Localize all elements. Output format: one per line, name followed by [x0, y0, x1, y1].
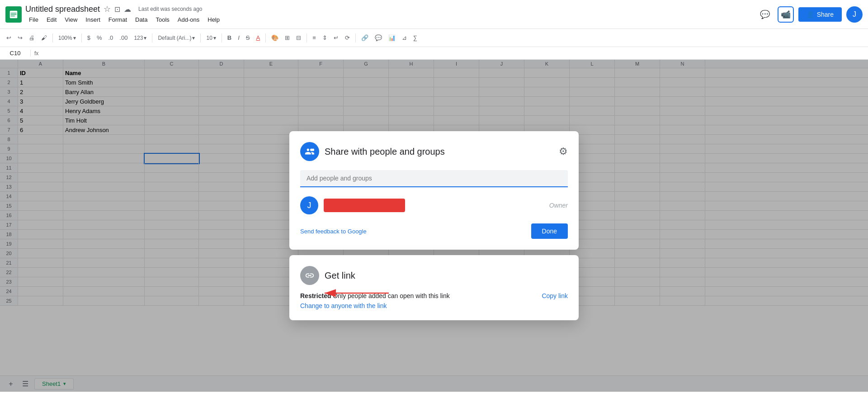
user-avatar[interactable]: J — [846, 6, 863, 23]
svg-point-4 — [312, 149, 315, 152]
cloud-icon[interactable]: ☁ — [124, 5, 131, 14]
menu-addons[interactable]: Add-ons — [174, 15, 203, 24]
feedback-link[interactable]: Send feedback to Google — [300, 228, 367, 235]
add-people-input[interactable] — [300, 170, 568, 187]
doc-title-area: Untitled spreadsheet ☆ ⊡ ☁ Last edit was… — [25, 4, 757, 24]
app-icon — [5, 6, 22, 23]
share-button[interactable]: 👤 Share — [798, 7, 842, 22]
restricted-description: Only people added can open with this lin… — [333, 292, 449, 299]
currency-btn[interactable]: $ — [85, 33, 93, 43]
get-link-header: Get link — [300, 266, 568, 285]
halign-btn[interactable]: ≡ — [310, 33, 319, 43]
fontsize-chevron: ▾ — [213, 35, 216, 41]
restricted-text: Restricted Only people added can open wi… — [300, 292, 450, 299]
paint-format-btn[interactable]: 🖌 — [38, 33, 50, 43]
user-avatar-dialog: J — [300, 196, 318, 214]
menu-edit[interactable]: Edit — [43, 15, 60, 24]
toolbar: ↩ ↪ 🖨 🖌 100% ▾ $ % .0 .00 123 ▾ Default … — [0, 29, 868, 47]
svg-rect-2 — [11, 14, 17, 14]
fill-color-btn[interactable]: 🎨 — [269, 33, 281, 43]
formats-chevron: ▾ — [144, 35, 146, 41]
svg-rect-3 — [11, 15, 15, 16]
star-icon[interactable]: ☆ — [104, 4, 111, 14]
percent-btn[interactable]: % — [94, 33, 105, 43]
link-info-text: Restricted Only people added can open wi… — [300, 292, 450, 309]
redo-btn[interactable]: ↪ — [15, 33, 25, 43]
rotate-btn[interactable]: ⟳ — [342, 33, 353, 43]
last-edit: Last edit was seconds ago — [138, 6, 202, 12]
merge-btn[interactable]: ⊟ — [293, 33, 304, 43]
chart-btn[interactable]: 📊 — [386, 33, 398, 43]
wrap-btn[interactable]: ↵ — [331, 33, 341, 43]
link-icon-circle — [300, 266, 319, 285]
dialog-footer: Send feedback to Google Done — [300, 223, 568, 239]
user-email-redacted — [324, 199, 405, 212]
font-chevron: ▾ — [192, 35, 195, 41]
done-button[interactable]: Done — [531, 223, 568, 239]
cell-ref[interactable]: C10 — [4, 50, 31, 57]
zoom-dropdown[interactable]: 100% ▾ — [56, 34, 79, 42]
comment-tb-btn[interactable]: 💬 — [372, 33, 385, 43]
text-color-btn[interactable]: A — [254, 33, 263, 43]
italic-btn[interactable]: I — [235, 33, 242, 43]
font-size-dropdown[interactable]: 10 ▾ — [203, 34, 218, 42]
formula-bar: C10 fx — [0, 47, 868, 60]
top-bar: Untitled spreadsheet ☆ ⊡ ☁ Last edit was… — [0, 0, 868, 29]
fx-icon: fx — [34, 50, 38, 57]
filter-btn[interactable]: ⊿ — [399, 33, 410, 43]
meet-icon-btn[interactable]: 📹 — [778, 6, 794, 23]
menu-tools[interactable]: Tools — [152, 15, 173, 24]
menu-help[interactable]: Help — [204, 15, 223, 24]
menu-insert[interactable]: Insert — [82, 15, 104, 24]
link-info-row: Restricted Only people added can open wi… — [300, 292, 568, 309]
doc-title[interactable]: Untitled spreadsheet — [25, 5, 100, 14]
font-dropdown[interactable]: Default (Ari...) ▾ — [155, 34, 198, 42]
decimal0-btn[interactable]: .0 — [106, 33, 116, 43]
menu-format[interactable]: Format — [105, 15, 131, 24]
menu-data[interactable]: Data — [132, 15, 151, 24]
folder-icon[interactable]: ⊡ — [114, 5, 120, 14]
share-icon: 👤 — [807, 11, 814, 18]
function-btn[interactable]: ∑ — [410, 33, 420, 43]
valign-btn[interactable]: ⇕ — [320, 33, 330, 43]
owner-label: Owner — [549, 202, 568, 209]
svg-rect-1 — [11, 13, 17, 13]
print-btn[interactable]: 🖨 — [26, 33, 38, 43]
strikethrough-btn[interactable]: S — [243, 33, 253, 43]
share-dialog: Share with people and groups ⚙ J Owner S… — [289, 131, 579, 250]
settings-icon[interactable]: ⚙ — [559, 146, 568, 157]
comment-icon-btn[interactable]: 💬 — [757, 6, 773, 23]
menu-file[interactable]: File — [25, 15, 42, 24]
bold-btn[interactable]: B — [225, 33, 234, 43]
user-row: J Owner — [300, 196, 568, 214]
menu-bar: File Edit View Insert Format Data Tools … — [25, 15, 757, 24]
modal-overlay: Share with people and groups ⚙ J Owner S… — [0, 60, 868, 392]
decimal00-btn[interactable]: .00 — [117, 33, 130, 43]
more-formats-dropdown[interactable]: 123 ▾ — [131, 34, 149, 42]
link-btn[interactable]: 🔗 — [359, 33, 371, 43]
sheet-area: A B C D E F G H I J K L M N 1IDName21Tom… — [0, 60, 868, 392]
zoom-chevron: ▾ — [73, 35, 76, 41]
menu-view[interactable]: View — [61, 15, 81, 24]
borders-btn[interactable]: ⊞ — [282, 33, 292, 43]
change-link-button[interactable]: Change to anyone with the link — [300, 302, 450, 309]
copy-link-button[interactable]: Copy link — [542, 292, 568, 299]
share-dialog-header: Share with people and groups ⚙ — [300, 142, 568, 161]
share-dialog-title: Share with people and groups — [325, 147, 445, 157]
undo-btn[interactable]: ↩ — [4, 33, 14, 43]
get-link-title: Get link — [325, 270, 355, 281]
get-link-dialog: Get link Restricted Only people added ca… — [289, 255, 579, 320]
top-right-controls: 💬 📹 👤 Share J — [757, 6, 863, 23]
share-icon-circle — [300, 142, 319, 161]
